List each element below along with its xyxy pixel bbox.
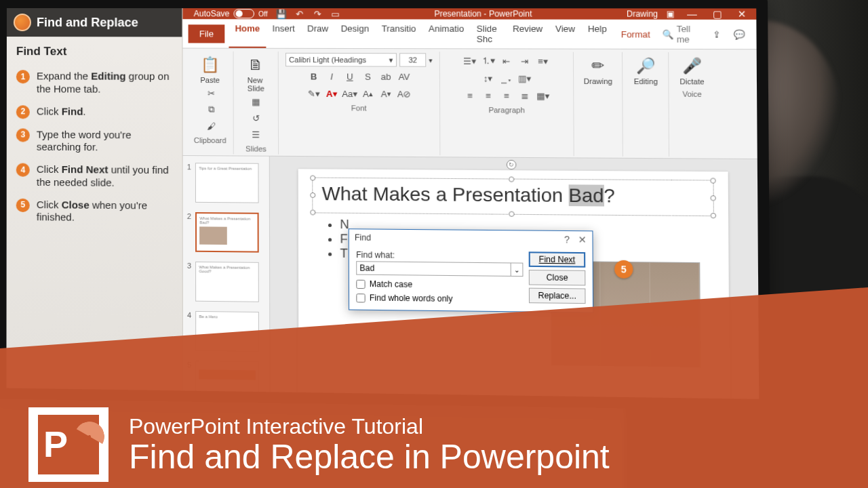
resize-handle[interactable] [310, 192, 315, 198]
ribbon-group-clipboard: 📋 Paste ✂ ⧉ 🖌 Clipboard [187, 52, 234, 155]
line-spacing-icon[interactable]: ≡▾ [535, 54, 551, 69]
close-icon[interactable]: ✕ [578, 234, 587, 245]
match-case-checkbox[interactable]: Match case [356, 279, 523, 291]
thumbnail-1[interactable]: 1Tips for a Great Presentation [187, 163, 265, 203]
dropdown-chevron-icon[interactable]: ⌄ [511, 262, 524, 277]
resize-handle[interactable] [310, 176, 315, 181]
autosave-toggle[interactable]: AutoSave Off [194, 9, 268, 18]
increase-font-icon[interactable]: A▴ [360, 86, 376, 101]
resize-handle[interactable] [710, 178, 715, 183]
autosave-state: Off [258, 10, 267, 18]
layout-icon[interactable]: ▦ [248, 94, 263, 108]
ribbon-tabbar: File HomeInsertDrawDesignTransitioAnimat… [182, 19, 756, 49]
resize-handle[interactable] [710, 195, 715, 201]
cut-icon[interactable]: ✂ [204, 85, 219, 100]
close-button[interactable]: ✕ [733, 8, 750, 19]
step-text: Click Find Next until you find the neede… [37, 163, 173, 190]
whole-words-checkbox[interactable]: Find whole words only [356, 293, 523, 304]
close-dialog-button[interactable]: Close [529, 270, 586, 285]
font-color-icon[interactable]: A▾ [324, 86, 340, 101]
align-left-icon[interactable]: ≡ [462, 87, 478, 103]
copy-icon[interactable]: ⧉ [204, 102, 219, 117]
tab-slideshc[interactable]: Slide Shc [470, 20, 506, 49]
chevron-down-icon[interactable]: ▾ [429, 56, 432, 64]
ribbon-group-editing: 🔎 Editing [623, 52, 669, 157]
tab-help[interactable]: Help [581, 20, 613, 49]
thumbnail-4[interactable]: 4Be a Hero [187, 311, 265, 352]
increase-indent-icon[interactable]: ⇥ [517, 54, 532, 69]
thumbnail-5[interactable]: 5 [187, 361, 265, 402]
charspace-icon[interactable]: AV [397, 69, 412, 84]
checkbox-whole-words[interactable] [356, 293, 365, 302]
columns-icon[interactable]: ▥▾ [517, 70, 532, 86]
tab-insert[interactable]: Insert [266, 19, 301, 48]
maximize-button[interactable]: ▢ [709, 8, 726, 19]
thumbnail-2[interactable]: 2What Makes a Presentation Bad? [187, 212, 265, 253]
justify-icon[interactable]: ≣ [517, 88, 533, 104]
align-center-icon[interactable]: ≡ [481, 87, 496, 103]
thumbnail-3[interactable]: 3What Makes a Presentation Good? [187, 262, 265, 302]
undo-icon[interactable]: ↶ [294, 8, 304, 19]
tab-review[interactable]: Review [507, 20, 549, 49]
text-direction-icon[interactable]: ↕▾ [480, 70, 496, 86]
shadow-icon[interactable]: ab [378, 69, 394, 84]
resize-handle[interactable] [509, 211, 514, 217]
tab-file[interactable]: File [189, 24, 225, 43]
find-next-button[interactable]: Find Next [529, 251, 586, 267]
decrease-indent-icon[interactable]: ⇤ [498, 54, 514, 69]
convert-smartart-icon[interactable]: ▦▾ [536, 88, 551, 104]
save-icon[interactable]: 💾 [276, 8, 287, 19]
group-label-clipboard: Clipboard [194, 136, 226, 144]
comments-icon[interactable]: 💬 [728, 29, 751, 39]
tab-transitio[interactable]: Transitio [375, 19, 422, 48]
checkbox-match-case[interactable] [356, 279, 365, 288]
decrease-font-icon[interactable]: A▾ [378, 86, 394, 101]
share-icon[interactable]: ⇪ [707, 29, 727, 39]
font-size-dropdown[interactable]: 32 [399, 53, 426, 66]
redo-icon[interactable]: ↷ [312, 8, 323, 19]
italic-icon[interactable]: I [324, 68, 340, 83]
numbers-icon[interactable]: ⒈▾ [480, 54, 496, 68]
reset-icon[interactable]: ↺ [248, 110, 263, 125]
find-what-input[interactable] [356, 261, 511, 277]
align-right-icon[interactable]: ≡ [499, 88, 515, 104]
help-icon[interactable]: ? [564, 234, 570, 245]
new-slide-button[interactable]: 🗎 New Slide [241, 53, 271, 94]
format-painter-icon[interactable]: 🖌 [204, 119, 219, 134]
tab-animatio[interactable]: Animatio [422, 20, 471, 49]
strike-icon[interactable]: S [360, 68, 376, 83]
toggle-off-icon[interactable] [234, 9, 255, 18]
minimize-button[interactable]: — [683, 8, 701, 19]
bullets-icon[interactable]: ☰▾ [462, 53, 477, 68]
drawing-button[interactable]: ✏ Drawing [580, 54, 615, 87]
font-name-dropdown[interactable]: Calibri Light (Headings▾ [285, 53, 397, 67]
tab-design[interactable]: Design [334, 19, 375, 48]
underline-icon[interactable]: U [342, 68, 357, 83]
font-name-value: Calibri Light (Headings [289, 56, 366, 64]
change-case-icon[interactable]: Aa▾ [342, 86, 358, 101]
tab-draw[interactable]: Draw [301, 19, 335, 48]
dictate-button[interactable]: 🎤 Dictate [676, 54, 708, 87]
tab-view[interactable]: View [549, 20, 582, 49]
resize-handle[interactable] [711, 213, 716, 218]
align-text-icon[interactable]: ⎯▾ [498, 70, 514, 86]
slide-canvas[interactable]: What Makes a Presentation Bad? N F T [270, 157, 760, 411]
bold-icon[interactable]: B [306, 68, 321, 83]
tell-me[interactable]: 🔍 Tell me [663, 24, 705, 45]
paste-button[interactable]: 📋 Paste [195, 53, 225, 86]
editing-button[interactable]: 🔎 Editing [630, 54, 661, 87]
resize-handle[interactable] [310, 209, 315, 215]
rotate-handle-icon[interactable] [507, 160, 517, 169]
ribbon-group-slides: 🗎 New Slide ▦ ↺ ☰ Slides [234, 52, 279, 155]
start-show-icon[interactable]: ▭ [330, 8, 340, 19]
section-icon[interactable]: ☰ [248, 127, 263, 142]
slide[interactable]: What Makes a Presentation Bad? N F T [298, 169, 730, 410]
resize-handle[interactable] [509, 176, 514, 182]
replace-button[interactable]: Replace... [529, 288, 586, 304]
highlight-icon[interactable]: ✎▾ [306, 86, 321, 101]
clear-format-icon[interactable]: A⊘ [397, 86, 412, 101]
ribbon-display-icon[interactable]: ▣ [667, 9, 675, 18]
tab-format[interactable]: Format [614, 24, 656, 43]
tab-home[interactable]: Home [229, 19, 266, 47]
step-number: 5 [16, 198, 30, 211]
